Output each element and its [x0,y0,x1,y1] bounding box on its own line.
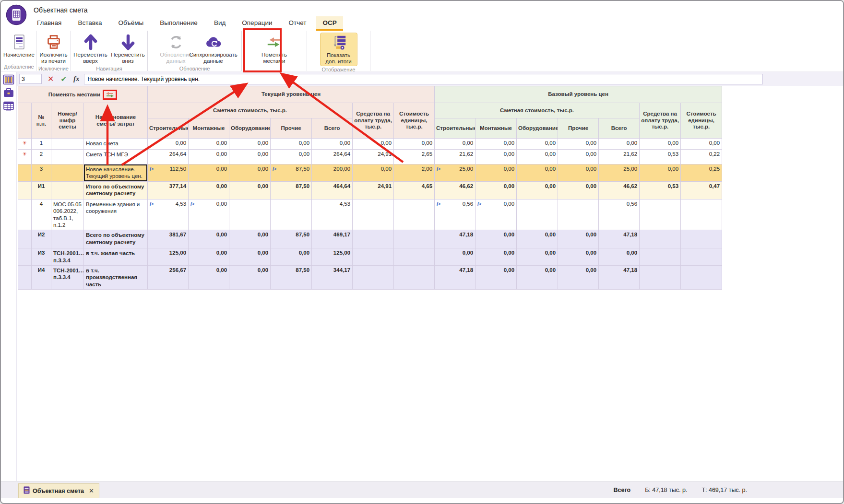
value-cell[interactable]: 2,00 [394,164,435,182]
value-cell[interactable]: 21,62 [435,150,475,164]
value-cell[interactable]: 464,64 [312,181,353,199]
value-cell[interactable]: 0,00 [189,150,229,164]
value-cell[interactable]: 0,00 [475,248,517,266]
value-cell[interactable]: 0,00 [517,150,558,164]
tab-операции[interactable]: Операции [236,16,278,31]
value-cell[interactable]: 47,18 [435,230,475,248]
value-cell[interactable]: 0,00 [148,139,189,150]
row-marker-cell[interactable] [18,181,32,199]
value-cell[interactable] [640,199,681,230]
tab-объёмы[interactable]: Объёмы [112,16,150,31]
value-cell[interactable]: 0,00 [229,150,271,164]
row-name-cell[interactable]: Смета ТСН МГЭ [84,150,148,164]
header-swap-icon[interactable] [103,90,117,100]
tab-выполнение[interactable]: Выполнение [154,16,204,31]
value-cell[interactable] [394,199,435,230]
row-name-cell[interactable]: в т.ч. жилая часть [84,248,148,266]
value-cell[interactable] [558,199,599,230]
close-icon[interactable]: ✕ [89,487,94,494]
value-cell[interactable]: fx0,00 [189,199,229,230]
row-code-cell[interactable] [51,181,84,199]
selected-name-cell[interactable]: Новое начисление. Текущий уровень цен. [84,164,148,182]
row-number-cell[interactable]: 2 [32,150,51,164]
formula-input[interactable] [84,74,763,84]
ribbon-button-extra-totals[interactable]: Показать доп. итоги [320,33,357,66]
value-cell[interactable]: 21,62 [599,150,640,164]
value-cell[interactable]: 0,53 [640,150,681,164]
row-marker-cell[interactable] [18,199,32,230]
value-cell[interactable]: 0,56 [599,199,640,230]
value-cell[interactable]: 200,00 [312,164,353,182]
tab-главная[interactable]: Главная [31,16,68,31]
value-cell[interactable]: 0,00 [475,181,517,199]
value-cell[interactable]: 0,00 [558,150,599,164]
value-cell[interactable]: 24,91 [353,150,394,164]
value-cell[interactable]: 25,00 [599,164,640,182]
row-number-cell[interactable]: И3 [32,248,51,266]
value-cell[interactable]: 344,17 [312,266,353,290]
value-cell[interactable]: 0,00 [229,266,271,290]
value-cell[interactable]: fx0,56 [435,199,475,230]
value-cell[interactable]: 0,00 [475,139,517,150]
value-cell[interactable] [640,266,681,290]
tab-вид[interactable]: Вид [208,16,232,31]
value-cell[interactable] [229,199,271,230]
value-cell[interactable]: 46,62 [435,181,475,199]
value-cell[interactable]: fx25,00 [435,164,475,182]
value-cell[interactable]: 87,50 [271,181,312,199]
value-cell[interactable]: fx112,50 [148,164,189,182]
value-cell[interactable] [681,248,722,266]
row-code-cell[interactable] [51,150,84,164]
row-code-cell[interactable] [51,164,84,182]
tab-отчет[interactable]: Отчет [282,16,312,31]
value-cell[interactable]: fx0,00 [475,199,517,230]
confirm-icon[interactable]: ✔ [60,75,67,83]
ribbon-button-swap-arrows[interactable]: Поменять местами [256,33,293,65]
row-code-cell[interactable]: ТСН-2001… п.3.3.4 [51,266,84,290]
value-cell[interactable]: 0,00 [475,230,517,248]
value-cell[interactable]: 0,00 [189,139,229,150]
row-marker-cell[interactable] [18,164,32,182]
value-cell[interactable]: 24,91 [353,181,394,199]
value-cell[interactable]: 0,00 [681,139,722,150]
row-number-cell[interactable]: 4 [32,199,51,230]
value-cell[interactable]: 0,00 [394,139,435,150]
row-code-cell[interactable]: ТСН-2001… п.3.3.4 [51,248,84,266]
value-cell[interactable]: 0,00 [229,139,271,150]
value-cell[interactable] [681,199,722,230]
row-number-cell[interactable]: И2 [32,230,51,248]
ribbon-button-arrow-down[interactable]: Переместить вниз [109,33,147,65]
value-cell[interactable]: fx4,53 [148,199,189,230]
value-cell[interactable]: 264,64 [312,150,353,164]
value-cell[interactable]: 0,00 [189,164,229,182]
value-cell[interactable]: 0,00 [517,266,558,290]
row-marker-cell[interactable] [18,248,32,266]
value-cell[interactable]: 264,64 [148,150,189,164]
value-cell[interactable]: 0,00 [475,150,517,164]
row-code-cell[interactable]: МОС.05.05-006.2022, таб.В.1, п.1.2 [51,199,84,230]
value-cell[interactable] [353,266,394,290]
tab-вставка[interactable]: Вставка [71,16,108,31]
value-cell[interactable]: 0,00 [271,248,312,266]
value-cell[interactable]: fx87,50 [271,164,312,182]
value-cell[interactable] [394,248,435,266]
value-cell[interactable]: 0,00 [640,139,681,150]
row-number-input[interactable] [19,74,42,84]
value-cell[interactable] [271,199,312,230]
value-cell[interactable]: 0,00 [353,139,394,150]
row-marker-cell[interactable] [18,230,32,248]
value-cell[interactable]: 87,50 [271,266,312,290]
value-cell[interactable] [517,199,558,230]
value-cell[interactable]: 0,00 [475,266,517,290]
value-cell[interactable]: 0,00 [599,139,640,150]
value-cell[interactable]: 0,00 [558,266,599,290]
value-cell[interactable]: 0,00 [271,139,312,150]
value-cell[interactable]: 0,00 [229,164,271,182]
row-number-cell[interactable]: И1 [32,181,51,199]
document-tab[interactable]: Объектная смета ✕ [18,483,99,498]
value-cell[interactable]: 0,00 [558,164,599,182]
value-cell[interactable] [681,266,722,290]
ribbon-button-arrow-up[interactable]: Переместить вверх [72,33,109,65]
row-number-cell[interactable]: 3 [32,164,51,182]
value-cell[interactable]: 0,00 [517,230,558,248]
